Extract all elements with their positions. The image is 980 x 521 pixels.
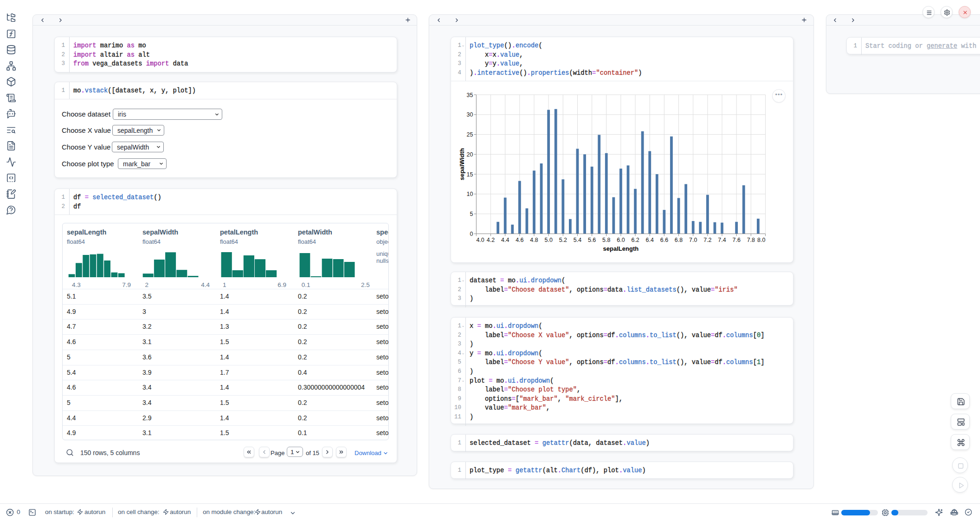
svg-text:5.4: 5.4 — [574, 237, 581, 243]
svg-text:8.0: 8.0 — [757, 237, 765, 243]
svg-text:6.0: 6.0 — [617, 237, 625, 243]
svg-text:5.6: 5.6 — [588, 237, 596, 243]
svg-text:4.0: 4.0 — [476, 237, 484, 243]
svg-text:sepalWidth: sepalWidth — [458, 148, 465, 180]
svg-text:4.6: 4.6 — [516, 237, 523, 243]
svg-text:25: 25 — [466, 131, 473, 138]
svg-text:35: 35 — [466, 92, 473, 98]
svg-text:10: 10 — [466, 191, 473, 197]
svg-text:5.8: 5.8 — [602, 237, 610, 243]
svg-text:6.8: 6.8 — [675, 237, 683, 243]
svg-text:5.0: 5.0 — [544, 237, 552, 243]
svg-text:sepalLength: sepalLength — [603, 245, 639, 252]
svg-text:20: 20 — [466, 151, 473, 158]
svg-text:4.4: 4.4 — [501, 237, 509, 243]
svg-text:15: 15 — [466, 171, 473, 178]
svg-text:6.2: 6.2 — [631, 237, 639, 243]
svg-text:5.2: 5.2 — [559, 237, 567, 243]
svg-text:6.6: 6.6 — [660, 237, 668, 243]
svg-text:6.4: 6.4 — [646, 237, 654, 243]
svg-text:7.6: 7.6 — [732, 237, 740, 243]
svg-text:7.8: 7.8 — [747, 237, 755, 243]
svg-text:4.2: 4.2 — [487, 237, 495, 243]
svg-text:5: 5 — [470, 211, 473, 217]
svg-text:7.4: 7.4 — [718, 237, 726, 243]
svg-text:7.2: 7.2 — [703, 237, 711, 243]
svg-text:4.8: 4.8 — [530, 237, 538, 243]
svg-text:30: 30 — [466, 111, 473, 118]
svg-text:7.0: 7.0 — [689, 237, 697, 243]
svg-text:0: 0 — [470, 231, 473, 237]
